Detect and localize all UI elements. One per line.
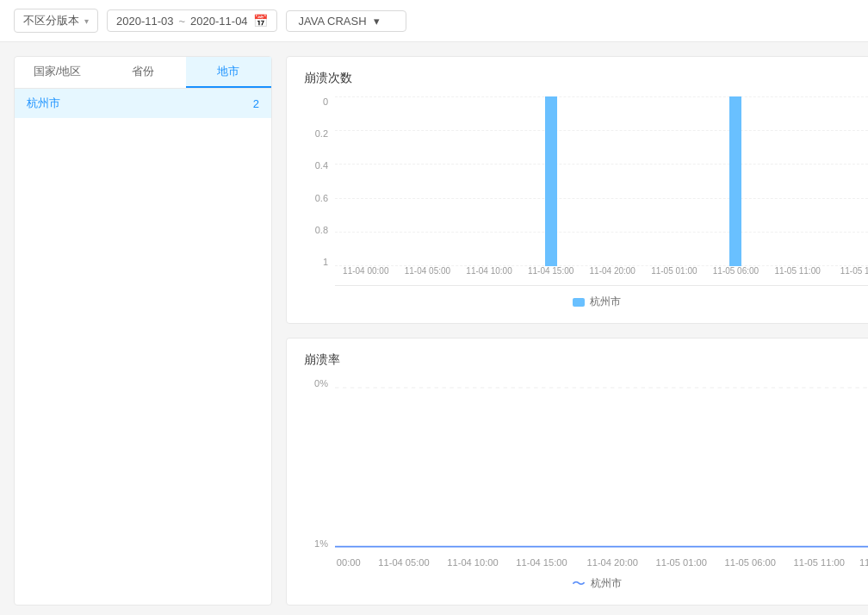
legend-bar-icon (573, 298, 585, 307)
crash-count-legend-label: 杭州市 (590, 295, 621, 309)
crash-type-label: JAVA CRASH (299, 15, 367, 28)
date-separator: ~ (179, 15, 186, 28)
date-range-picker[interactable]: 2020-11-03 ~ 2020-11-04 📅 (107, 9, 277, 32)
right-panel: 崩溃次数 1 0.8 0.6 0.4 0.2 0 (286, 56, 868, 606)
x-label: 11-04 15:00 (520, 266, 582, 276)
bar-slot (458, 96, 520, 266)
bar-chart: 1 0.8 0.6 0.4 0.2 0 (304, 96, 868, 286)
y-axis-count: 1 0.8 0.6 0.4 0.2 0 (304, 96, 335, 286)
crash-count-legend: 杭州市 (304, 295, 868, 309)
bar-slot (705, 96, 767, 266)
list-item[interactable]: 杭州市 2 (15, 89, 271, 118)
svg-text:11-04 15:00: 11-04 15:00 (516, 557, 567, 568)
bar (545, 96, 557, 266)
bar-slot (766, 96, 828, 266)
bar-slot (581, 96, 643, 266)
bar (729, 96, 741, 266)
crash-type-arrow: ▾ (374, 15, 380, 28)
date-start: 2020-11-03 (116, 15, 174, 28)
x-label: 11-05 11:00 (766, 266, 828, 276)
x-label: 11-04 05:00 (397, 266, 459, 276)
bar-chart-body: 11-04 00:0011-04 05:0011-04 10:0011-04 1… (335, 96, 868, 286)
date-end: 2020-11-04 (190, 15, 248, 28)
main-content: 国家/地区 省份 地市 杭州市 2 崩溃次数 1 0.8 0.6 0.4 (0, 42, 868, 615)
version-label: 不区分版本 (23, 13, 79, 28)
crash-type-select[interactable]: JAVA CRASH ▾ (286, 10, 406, 32)
bar-slot (397, 96, 459, 266)
svg-text:11-05 06:00: 11-05 06:00 (725, 557, 776, 568)
crash-rate-legend-label: 杭州市 (591, 576, 622, 591)
tab-country[interactable]: 国家/地区 (15, 57, 100, 88)
svg-text:11-04 00:00: 11-04 00:00 (335, 557, 361, 568)
bar-slot (643, 96, 705, 266)
x-label: 11-04 10:00 (458, 266, 520, 276)
x-label: 11-04 00:00 (335, 266, 397, 276)
y-axis-rate: 1% 0% (304, 378, 335, 568)
svg-text:11-05 11:00: 11-05 11:00 (794, 557, 845, 568)
crash-rate-legend: 〜 杭州市 (304, 576, 868, 591)
svg-text:11-05 01:00: 11-05 01:00 (656, 557, 707, 568)
bars-container (335, 96, 868, 266)
left-panel: 国家/地区 省份 地市 杭州市 2 (14, 56, 272, 606)
crash-rate-card: 崩溃率 1% 0% 11-04 00:00 11-04 05:00 11-04 … (286, 338, 868, 606)
tab-city[interactable]: 地市 (186, 57, 271, 88)
line-chart-svg: 11-04 00:00 11-04 05:00 11-04 10:00 11-0… (335, 378, 868, 568)
svg-text:11-04 10:00: 11-04 10:00 (447, 557, 498, 568)
x-label: 11-05 01:00 (643, 266, 705, 276)
top-bar: 不区分版本 ▾ 2020-11-03 ~ 2020-11-04 📅 JAVA C… (0, 0, 868, 42)
version-arrow: ▾ (84, 16, 89, 26)
bar-slot (335, 96, 397, 266)
crash-rate-title: 崩溃率 (304, 352, 868, 368)
tab-row: 国家/地区 省份 地市 (15, 57, 271, 89)
legend-line-icon: 〜 (572, 577, 586, 591)
x-label: 11-05 06:00 (705, 266, 767, 276)
calendar-icon: 📅 (253, 14, 268, 28)
crash-count-title: 崩溃次数 (304, 71, 868, 86)
svg-text:11-04 20:00: 11-04 20:00 (587, 557, 638, 568)
x-axis-count: 11-04 00:0011-04 05:0011-04 10:0011-04 1… (335, 266, 868, 285)
svg-text:11-04 05:00: 11-04 05:00 (378, 557, 429, 568)
tab-province[interactable]: 省份 (100, 57, 185, 88)
version-select[interactable]: 不区分版本 ▾ (14, 9, 98, 33)
x-label: 11-05 1… (828, 266, 868, 276)
city-name: 杭州市 (27, 96, 60, 111)
x-label: 11-04 20:00 (581, 266, 643, 276)
svg-text:11-05 1…: 11-05 1… (859, 557, 868, 568)
crash-count-card: 崩溃次数 1 0.8 0.6 0.4 0.2 0 (286, 56, 868, 324)
city-count: 2 (253, 97, 259, 110)
bar-slot (828, 96, 868, 266)
bar-slot (520, 96, 582, 266)
line-chart: 1% 0% 11-04 00:00 11-04 05:00 11-04 10:0… (304, 378, 868, 568)
